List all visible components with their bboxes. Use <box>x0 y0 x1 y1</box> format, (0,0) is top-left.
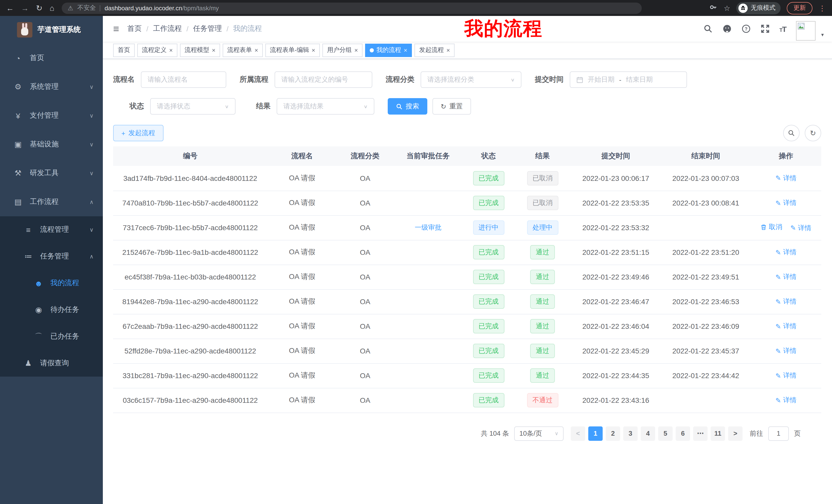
page-button-11[interactable]: 11 <box>711 426 725 441</box>
detail-link[interactable]: ✎详情 <box>775 248 797 257</box>
start-process-button[interactable]: + 发起流程 <box>113 125 163 141</box>
close-icon[interactable]: × <box>354 47 358 53</box>
process-name-input[interactable]: 请输入流程名 <box>141 72 226 88</box>
more-pages-button[interactable]: ⋯ <box>693 426 707 441</box>
breadcrumb-task-management[interactable]: 任务管理 <box>193 24 222 33</box>
col-header-result: 结果 <box>514 146 571 166</box>
main-area: 我的流程 ≡ 首页 / 工作流程 / 任务管理 / 我的流程 <box>103 16 832 504</box>
sidebar-item-todo-tasks[interactable]: ◉ 待办任务 <box>0 297 103 323</box>
detail-link[interactable]: ✎详情 <box>775 297 797 306</box>
browser-update-button[interactable]: 更新 <box>787 2 812 14</box>
detail-link[interactable]: ✎详情 <box>775 174 797 183</box>
breadcrumb-separator: / <box>146 25 148 33</box>
tab-process-form-edit[interactable]: 流程表单-编辑 × <box>265 44 320 57</box>
prev-page-button[interactable]: < <box>571 426 585 441</box>
browser-back-icon[interactable]: ← <box>6 4 14 12</box>
breadcrumb-workflow[interactable]: 工作流程 <box>153 24 182 33</box>
detail-link[interactable]: ✎详情 <box>775 198 797 207</box>
sidebar-item-done-tasks[interactable]: ⌒ 已办任务 <box>0 323 103 350</box>
page-button-2[interactable]: 2 <box>606 426 620 441</box>
browser-reload-icon[interactable]: ↻ <box>36 4 43 12</box>
sidebar-item-workflow[interactable]: ▤ 工作流程 ∧ <box>0 188 103 216</box>
font-size-icon[interactable]: TT <box>779 24 786 33</box>
tab-user-group[interactable]: 用户分组 × <box>322 44 363 57</box>
sidebar-item-system[interactable]: ⚙ 系统管理 ∨ <box>0 73 103 101</box>
avatar[interactable] <box>796 21 815 40</box>
refresh-button[interactable]: ↻ <box>805 125 821 141</box>
detail-link[interactable]: ✎详情 <box>775 371 797 380</box>
tab-process-model[interactable]: 流程模型 × <box>180 44 220 57</box>
search-icon[interactable] <box>703 24 712 33</box>
page-button-1[interactable]: 1 <box>588 426 603 441</box>
detail-link[interactable]: ✎详情 <box>775 272 797 282</box>
tab-label: 首页 <box>118 46 130 54</box>
sidebar-item-my-process[interactable]: ☻ 我的流程 <box>0 270 103 297</box>
password-key-icon[interactable] <box>709 3 718 13</box>
sidebar-item-task-management[interactable]: ≔ 任务管理 ∧ <box>0 243 103 270</box>
process-id: 7470a810-7b9b-11ec-b5b7-acde48001122 <box>113 191 267 215</box>
status-select[interactable]: 请选择状态 ∨ <box>150 98 235 115</box>
cancel-link[interactable]: 取消 <box>760 223 782 232</box>
eye-closed-icon: ⌒ <box>33 332 44 341</box>
avatar-caret-icon[interactable]: ▾ <box>821 32 824 37</box>
sidebar-item-dev-tools[interactable]: ⚒ 研发工具 ∨ <box>0 159 103 188</box>
col-header-submit-time: 提交时间 <box>571 146 661 166</box>
tab-home[interactable]: 首页 <box>113 44 135 57</box>
reset-button[interactable]: ↻ 重置 <box>433 98 471 115</box>
tab-my-process[interactable]: 我的流程 × <box>365 44 412 57</box>
svg-text:?: ? <box>745 26 747 32</box>
close-icon[interactable]: × <box>169 47 173 53</box>
close-icon[interactable]: × <box>446 47 450 53</box>
not-secure-warning-icon: ⚠ <box>68 4 73 11</box>
next-page-button[interactable]: > <box>728 426 743 441</box>
browser-menu-icon[interactable]: ⋮ <box>818 4 826 12</box>
sidebar-item-home[interactable]: ◔ 首页 <box>0 44 103 73</box>
date-range-picker[interactable]: 开始日期 - 结束日期 <box>570 72 687 88</box>
page-button-5[interactable]: 5 <box>658 426 673 441</box>
sidebar-collapse-icon[interactable]: ≡ <box>113 24 119 34</box>
close-icon[interactable]: × <box>312 47 315 53</box>
tab-start-process[interactable]: 发起流程 × <box>414 44 454 57</box>
sidebar-item-label: 已办任务 <box>50 332 103 341</box>
detail-link[interactable]: ✎详情 <box>775 396 797 405</box>
detail-link[interactable]: ✎详情 <box>775 321 797 331</box>
app-logo[interactable]: 芋道管理系统 <box>0 16 103 44</box>
close-icon[interactable]: × <box>404 47 407 53</box>
current-task-link[interactable]: 一级审批 <box>415 223 441 232</box>
goto-page-input[interactable]: 1 <box>768 426 789 441</box>
process-name: OA 请假 <box>267 289 337 314</box>
bookmark-star-icon[interactable]: ☆ <box>724 4 730 12</box>
sidebar-item-leave-query[interactable]: ♟ 请假查询 <box>0 350 103 376</box>
page-button-4[interactable]: 4 <box>641 426 655 441</box>
sidebar-item-infrastructure[interactable]: ▣ 基础设施 ∨ <box>0 130 103 159</box>
breadcrumb-home[interactable]: 首页 <box>127 24 142 33</box>
page-size-select[interactable]: 10条/页 ∨ <box>514 426 564 441</box>
tab-process-definition[interactable]: 流程定义 × <box>137 44 177 57</box>
page-button-6[interactable]: 6 <box>676 426 690 441</box>
sidebar-item-payment[interactable]: ¥ 支付管理 ∨ <box>0 101 103 130</box>
browser-forward-icon[interactable]: → <box>21 4 29 12</box>
help-icon[interactable]: ? <box>741 24 751 33</box>
tab-process-form[interactable]: 流程表单 × <box>223 44 263 57</box>
detail-link[interactable]: ✎详情 <box>790 223 811 233</box>
fullscreen-icon[interactable] <box>760 24 770 33</box>
chevron-up-icon: ∧ <box>89 199 94 205</box>
address-bar[interactable]: ⚠ 不安全 dashboard.yudao.iocoder.cn/bpm/tas… <box>61 2 642 13</box>
process-table: 编号 流程名 流程分类 当前审批任务 状态 结果 提交时间 结束时间 操作 <box>113 146 821 413</box>
result-select[interactable]: 请选择流结果 ∨ <box>277 98 374 115</box>
show-search-button[interactable] <box>783 125 800 141</box>
close-icon[interactable]: × <box>212 47 215 53</box>
search-button[interactable]: 搜索 <box>388 98 427 115</box>
chevron-down-icon: ∨ <box>89 112 94 119</box>
page-button-3[interactable]: 3 <box>623 426 638 441</box>
placeholder-text: 请选择流结果 <box>283 102 323 111</box>
browser-home-icon[interactable]: ⌂ <box>50 4 54 12</box>
github-icon[interactable] <box>722 24 731 33</box>
goto-label: 前往 <box>750 429 763 438</box>
chevron-down-icon: ∨ <box>511 77 515 82</box>
detail-link[interactable]: ✎详情 <box>775 346 797 356</box>
process-category-select[interactable]: 请选择流程分类 ∨ <box>421 72 521 88</box>
close-icon[interactable]: × <box>255 47 258 53</box>
sidebar-item-process-management[interactable]: ≡ 流程管理 ∨ <box>0 216 103 243</box>
process-definition-input[interactable]: 请输入流程定义的编号 <box>275 72 372 88</box>
